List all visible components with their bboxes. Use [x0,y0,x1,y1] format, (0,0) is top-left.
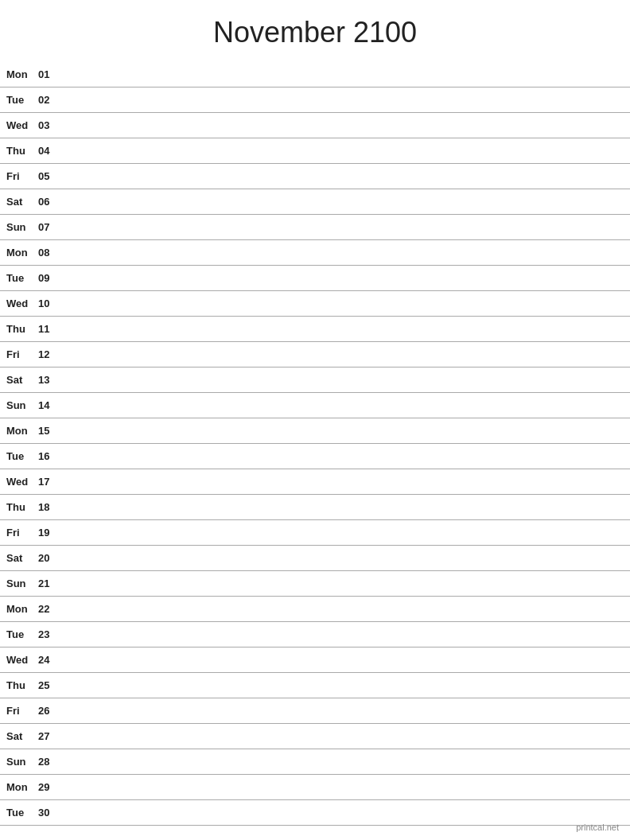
day-line [60,430,624,431]
day-name: Sat [6,552,38,564]
watermark: printcal.net [576,822,619,832]
day-row: Sun14 [0,393,630,418]
day-row: Mon01 [0,62,630,88]
day-row: Sat06 [0,189,630,215]
day-line [60,634,624,635]
day-row: Wed24 [0,648,630,673]
day-row: Fri12 [0,342,630,368]
day-line [60,710,624,711]
day-row: Tue09 [0,266,630,291]
day-name: Thu [6,679,38,691]
day-name: Mon [6,247,38,259]
day-name: Sun [6,221,38,233]
day-line [60,227,624,228]
day-row: Fri19 [0,520,630,546]
day-line [60,685,624,686]
day-row: Mon15 [0,418,630,444]
day-row: Fri05 [0,164,630,189]
day-name: Mon [6,68,38,80]
day-row: Tue16 [0,444,630,469]
day-name: Wed [6,476,38,488]
day-row: Mon29 [0,775,630,800]
day-row: Wed10 [0,291,630,317]
day-name: Mon [6,425,38,437]
day-line [60,176,624,177]
day-name: Sat [6,196,38,208]
day-name: Thu [6,501,38,513]
day-row: Thu11 [0,317,630,342]
day-line [60,125,624,126]
day-row: Tue30 [0,800,630,826]
day-number: 19 [38,527,60,539]
day-number: 12 [38,348,60,360]
day-number: 17 [38,476,60,488]
day-line [60,812,624,813]
day-name: Fri [6,170,38,182]
day-line [60,609,624,609]
day-line [60,787,624,788]
day-line [60,329,624,329]
day-line [60,201,624,202]
day-name: Thu [6,323,38,335]
day-line [60,354,624,355]
day-name: Sun [6,756,38,768]
day-line [60,379,624,380]
day-name: Sat [6,374,38,386]
day-number: 30 [38,807,60,819]
day-row: Sat20 [0,546,630,571]
day-number: 13 [38,374,60,386]
day-row: Sun21 [0,571,630,597]
day-row: Sun07 [0,215,630,240]
day-number: 28 [38,756,60,768]
day-line [60,761,624,762]
day-line [60,736,624,737]
day-line [60,405,624,406]
day-name: Tue [6,450,38,462]
day-name: Thu [6,145,38,157]
day-row: Sat13 [0,368,630,393]
day-number: 02 [38,94,60,106]
day-number: 06 [38,196,60,208]
day-row: Mon08 [0,240,630,266]
day-number: 01 [38,68,60,80]
day-row: Wed17 [0,469,630,495]
day-line [60,456,624,457]
day-number: 10 [38,298,60,309]
day-number: 22 [38,603,60,615]
day-row: Thu25 [0,673,630,698]
day-number: 24 [38,654,60,666]
day-row: Tue23 [0,622,630,648]
day-row: Sat27 [0,724,630,749]
day-number: 27 [38,730,60,742]
day-name: Fri [6,705,38,717]
day-number: 05 [38,170,60,182]
day-name: Tue [6,628,38,640]
day-number: 25 [38,679,60,691]
day-name: Sun [6,399,38,411]
day-number: 29 [38,781,60,793]
day-line [60,532,624,533]
day-name: Mon [6,603,38,615]
day-number: 18 [38,501,60,513]
day-line [60,481,624,482]
day-row: Thu18 [0,495,630,520]
day-name: Tue [6,807,38,819]
day-name: Wed [6,654,38,666]
day-number: 26 [38,705,60,717]
day-row: Fri26 [0,698,630,724]
day-name: Sun [6,578,38,589]
day-number: 20 [38,552,60,564]
day-line [60,659,624,660]
day-line [60,583,624,584]
day-line [60,74,624,75]
calendar-container: Mon01Tue02Wed03Thu04Fri05Sat06Sun07Mon08… [0,62,630,826]
day-number: 21 [38,578,60,589]
day-number: 11 [38,323,60,335]
day-number: 04 [38,145,60,157]
day-number: 16 [38,450,60,462]
day-name: Sat [6,730,38,742]
day-number: 09 [38,272,60,284]
day-line [60,303,624,304]
day-row: Mon22 [0,597,630,622]
page-title: November 2100 [0,0,630,62]
